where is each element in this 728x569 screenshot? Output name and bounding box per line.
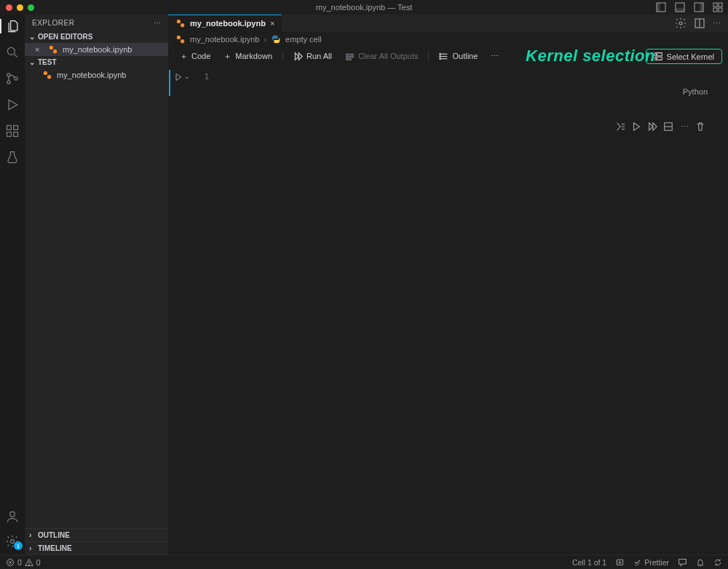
cell-more-icon[interactable]: ⋯ — [678, 121, 690, 132]
python-icon — [271, 34, 281, 44]
svg-point-10 — [7, 47, 15, 55]
window-close-icon[interactable] — [6, 4, 12, 11]
clear-icon — [345, 52, 355, 61]
delete-cell-icon[interactable] — [695, 121, 706, 132]
folder-label: TEST — [38, 58, 57, 66]
title-bar: my_notebook.ipynb — Test — [0, 0, 728, 15]
split-cell-icon[interactable] — [662, 121, 674, 132]
folder-section[interactable]: ⌄ TEST — [25, 56, 168, 68]
account-icon[interactable] — [5, 509, 20, 524]
layout-secondary-icon[interactable] — [693, 1, 705, 13]
open-editor-item[interactable]: × my_notebook.ipynb — [25, 43, 168, 56]
chevron-down-icon: ⌄ — [29, 58, 36, 66]
status-sync-icon[interactable] — [713, 558, 722, 567]
svg-point-53 — [28, 564, 29, 565]
settings-badge: 1 — [14, 541, 23, 550]
svg-point-42 — [656, 54, 657, 55]
clear-all-outputs-button[interactable]: Clear All Outputs — [339, 49, 424, 63]
svg-point-18 — [10, 512, 15, 517]
window-minimize-icon[interactable] — [17, 4, 23, 11]
layout-custom-icon[interactable] — [712, 1, 724, 13]
svg-rect-16 — [14, 132, 18, 137]
testing-activity-icon[interactable] — [5, 150, 20, 164]
check-icon — [633, 558, 641, 566]
svg-point-37 — [440, 53, 441, 55]
editor-more-icon[interactable]: ⋯ — [713, 19, 721, 28]
svg-point-30 — [181, 39, 184, 43]
close-editor-icon[interactable]: × — [35, 45, 44, 54]
svg-point-11 — [7, 73, 10, 76]
status-cell-position[interactable]: Cell 1 of 1 — [572, 558, 606, 567]
svg-point-29 — [177, 36, 181, 39]
status-trusted-icon[interactable] — [615, 557, 625, 567]
breadcrumb[interactable]: my_notebook.ipynb › empty cell — [168, 32, 728, 47]
settings-cog-icon[interactable] — [675, 17, 687, 29]
breadcrumb-separator-icon: › — [264, 35, 266, 44]
editor-tab[interactable]: my_notebook.ipynb × — [168, 15, 282, 32]
explorer-more-icon[interactable]: ⋯ — [154, 19, 162, 27]
chevron-right-icon: › — [29, 544, 36, 552]
outline-label: OUTLINE — [38, 531, 70, 539]
notebook-toolbar: ＋ Code ＋ Markdown Run All Clear All Outp… — [168, 47, 728, 65]
plus-icon: ＋ — [223, 51, 232, 62]
settings-gear-icon[interactable]: 1 — [5, 534, 20, 549]
cell-language-label[interactable]: Python — [194, 84, 718, 96]
svg-rect-8 — [713, 8, 717, 12]
open-editors-label: OPEN EDITORS — [38, 33, 92, 41]
select-kernel-button[interactable]: Select Kernel — [646, 49, 722, 64]
tab-strip: my_notebook.ipynb × ⋯ — [168, 15, 728, 32]
tab-close-icon[interactable]: × — [270, 19, 274, 28]
chevron-right-icon: › — [29, 531, 36, 539]
outline-button[interactable]: Outline — [433, 49, 483, 63]
outline-section[interactable]: › OUTLINE — [25, 528, 168, 541]
explorer-activity-icon[interactable] — [0, 19, 25, 33]
svg-rect-14 — [7, 126, 12, 130]
tab-label: my_notebook.ipynb — [190, 19, 266, 28]
timeline-section[interactable]: › TIMELINE — [25, 541, 168, 554]
breadcrumb-file[interactable]: my_notebook.ipynb — [190, 35, 259, 44]
status-feedback-icon[interactable] — [678, 557, 687, 567]
svg-point-21 — [53, 49, 57, 53]
extensions-activity-icon[interactable] — [5, 124, 20, 138]
file-tree-label: my_notebook.ipynb — [57, 71, 126, 79]
split-editor-icon[interactable] — [694, 17, 705, 29]
status-problems[interactable]: 0 0 — [6, 558, 41, 567]
window-maximize-icon[interactable] — [28, 4, 34, 11]
status-bell-icon[interactable] — [696, 558, 705, 567]
svg-point-39 — [440, 57, 441, 59]
run-all-button[interactable]: Run All — [288, 49, 338, 63]
run-by-line-icon[interactable] — [614, 121, 626, 132]
svg-rect-17 — [14, 126, 18, 130]
layout-primary-icon[interactable] — [655, 1, 667, 13]
search-activity-icon[interactable] — [5, 45, 20, 60]
execute-cell-icon[interactable] — [630, 121, 642, 132]
notebook-file-icon — [42, 70, 52, 80]
chevron-down-icon: ⌄ — [29, 33, 36, 41]
svg-rect-33 — [347, 58, 352, 60]
notebook-cell[interactable]: ⌄ 1 Python — [168, 70, 728, 96]
line-number: 1 — [194, 71, 215, 84]
run-cell-icon[interactable] — [174, 73, 183, 81]
svg-rect-6 — [713, 3, 717, 7]
status-prettier[interactable]: Prettier — [633, 558, 669, 567]
svg-rect-1 — [657, 3, 660, 12]
notebook-file-icon — [175, 34, 186, 44]
run-debug-activity-icon[interactable] — [5, 98, 20, 112]
toolbar-more-icon[interactable]: ⋯ — [485, 49, 505, 63]
chevron-down-icon[interactable]: ⌄ — [184, 73, 190, 80]
explorer-sidebar: EXPLORER ⋯ ⌄ OPEN EDITORS × my_notebook.… — [25, 15, 168, 554]
run-all-icon — [293, 52, 303, 61]
execute-above-icon[interactable] — [646, 121, 658, 132]
svg-point-24 — [177, 20, 181, 23]
code-editor[interactable] — [215, 71, 717, 84]
svg-point-25 — [181, 23, 184, 27]
source-control-activity-icon[interactable] — [5, 71, 20, 86]
open-editors-section[interactable]: ⌄ OPEN EDITORS — [25, 31, 168, 43]
add-markdown-cell-button[interactable]: ＋ Markdown — [218, 49, 278, 64]
window-title: my_notebook.ipynb — Test — [316, 3, 412, 12]
layout-panel-icon[interactable] — [674, 1, 686, 13]
file-tree-item[interactable]: my_notebook.ipynb — [25, 68, 168, 81]
breadcrumb-cell[interactable]: empty cell — [285, 35, 322, 44]
add-code-cell-button[interactable]: ＋ Code — [174, 49, 216, 64]
plus-icon: ＋ — [180, 51, 188, 62]
